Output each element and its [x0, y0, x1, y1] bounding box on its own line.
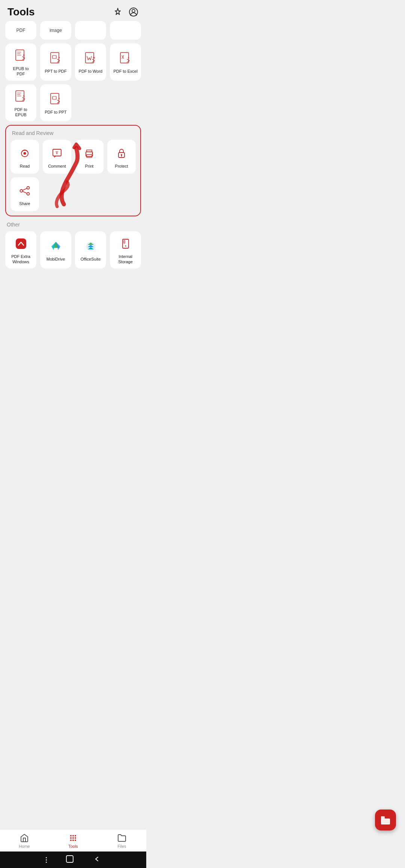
pdf-to-excel-label: PDF to Excel	[113, 69, 137, 74]
svg-point-1	[132, 9, 135, 12]
svg-point-22	[92, 153, 93, 154]
page-title: Tools	[8, 6, 35, 18]
mobidrive-label: MobiDrive	[46, 256, 65, 262]
other-title: Other	[5, 222, 141, 228]
svg-text:E: E	[23, 95, 25, 97]
read-review-section: Read and Review Read T	[5, 125, 141, 216]
tool-protect[interactable]: Protect	[107, 140, 136, 174]
tool-print[interactable]: Print	[75, 140, 104, 174]
pdf-to-ppt-label: PDF to PPT	[45, 109, 67, 115]
read-review-grid: Read T Comment	[10, 140, 136, 174]
officesuite-label: OfficeSuite	[81, 256, 101, 262]
svg-rect-7	[86, 52, 94, 63]
read-label: Read	[20, 163, 30, 169]
officesuite-icon	[84, 239, 98, 253]
pdf-extra-label: PDF ExtraWindows	[11, 254, 30, 265]
pdf-to-excel-icon: X	[118, 51, 133, 66]
protect-icon	[114, 146, 129, 160]
svg-rect-9	[120, 52, 129, 63]
epub-to-pdf-label: EPUB to PDF	[8, 66, 33, 77]
tool-mobidrive[interactable]: MobiDrive	[40, 231, 71, 268]
svg-rect-29	[16, 238, 26, 249]
header-actions	[112, 7, 139, 17]
mobidrive-icon	[49, 239, 63, 253]
svg-rect-5	[52, 55, 56, 58]
pin-icon[interactable]	[112, 7, 123, 17]
convert-grid-1: E EPUB to PDF P PPT to PDF	[5, 43, 141, 81]
print-icon	[82, 146, 96, 160]
tool-card-pdf[interactable]: PDF	[5, 21, 36, 40]
epub-to-pdf-icon: E	[14, 49, 28, 63]
user-icon[interactable]	[128, 7, 139, 17]
tool-comment[interactable]: T Comment	[43, 140, 71, 174]
pdf-extra-icon	[14, 237, 28, 251]
svg-text:P: P	[58, 57, 60, 59]
tool-pdf-to-excel[interactable]: X PDF to Excel	[110, 43, 141, 81]
tool-read[interactable]: Read	[10, 140, 39, 174]
pdf-to-epub-icon: E	[14, 90, 28, 104]
svg-text:T: T	[56, 150, 58, 155]
comment-icon: T	[50, 146, 64, 160]
svg-rect-31	[123, 239, 129, 248]
tool-ppt-to-pdf[interactable]: P PPT to PDF	[40, 43, 71, 81]
pdf-to-word-icon: W	[84, 51, 98, 66]
svg-text:E: E	[23, 54, 25, 56]
tool-card-image[interactable]: image	[40, 21, 71, 40]
tool-pdf-to-epub[interactable]: E PDF to EPUB	[5, 84, 36, 121]
internal-storage-label: InternalStorage	[118, 254, 133, 265]
pdf-to-ppt-icon: P	[49, 92, 63, 106]
svg-point-27	[27, 193, 30, 195]
read-review-title: Read and Review	[10, 130, 136, 136]
ppt-to-pdf-icon: P	[49, 51, 63, 66]
partial-top-row: PDF image	[5, 21, 141, 40]
svg-rect-14	[52, 96, 56, 99]
scroll-area: PDF image E EPUB to PDF	[0, 21, 146, 313]
comment-label: Comment	[48, 163, 66, 169]
svg-point-26	[27, 187, 30, 189]
tool-pdf-extra[interactable]: PDF ExtraWindows	[5, 231, 36, 268]
print-label: Print	[85, 163, 94, 169]
other-grid: PDF ExtraWindows MobiDrive	[5, 231, 141, 268]
tool-pdf-to-ppt[interactable]: P PDF to PPT	[40, 84, 71, 121]
convert-grid-2: E PDF to EPUB P PDF to PPT	[5, 84, 141, 121]
app-header: Tools	[0, 0, 146, 21]
protect-label: Protect	[115, 163, 128, 169]
svg-rect-13	[51, 93, 59, 104]
svg-text:P: P	[58, 97, 60, 100]
tool-share[interactable]: Share	[10, 177, 39, 211]
tool-card-empty2[interactable]	[110, 21, 141, 40]
share-icon	[18, 184, 32, 198]
tool-officesuite[interactable]: OfficeSuite	[75, 231, 106, 268]
read-icon	[18, 146, 32, 160]
svg-rect-4	[51, 52, 59, 63]
tool-epub-to-pdf[interactable]: E EPUB to PDF	[5, 43, 36, 81]
svg-text:W: W	[93, 57, 95, 59]
share-row: Share	[10, 177, 136, 211]
tool-internal-storage[interactable]: InternalStorage	[110, 231, 141, 268]
svg-point-33	[125, 246, 126, 247]
svg-rect-32	[124, 240, 125, 243]
ppt-to-pdf-label: PPT to PDF	[45, 69, 66, 74]
other-section: Other PDF ExtraWindows	[5, 222, 141, 268]
svg-point-17	[24, 152, 26, 155]
svg-rect-21	[87, 154, 92, 157]
pdf-to-epub-label: PDF to EPUB	[8, 107, 33, 118]
tool-card-empty1[interactable]	[75, 21, 106, 40]
svg-text:X: X	[128, 57, 129, 59]
pdf-to-word-label: PDF to Word	[79, 69, 102, 74]
svg-point-28	[20, 190, 23, 192]
tool-pdf-to-word[interactable]: W PDF to Word	[75, 43, 106, 81]
share-label: Share	[19, 201, 30, 206]
internal-storage-icon	[118, 237, 133, 251]
